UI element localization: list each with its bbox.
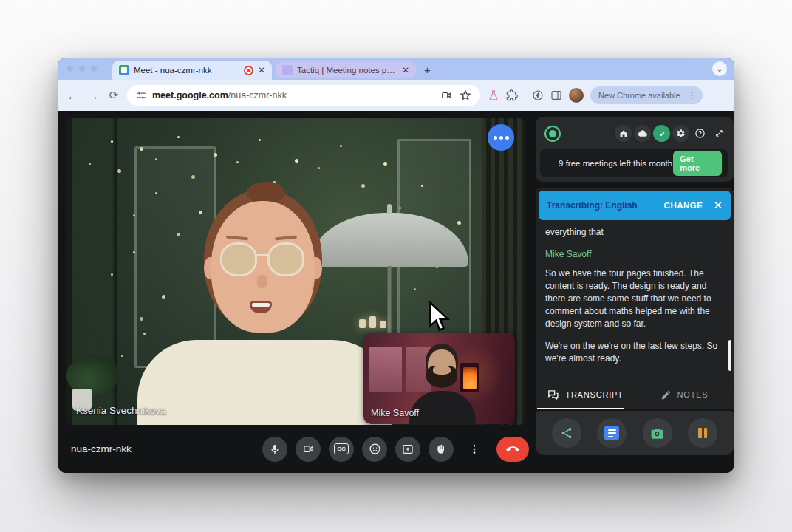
browser-window: Meet - nua-czmr-nkk ✕ Tactiq | Meeting n…: [58, 58, 734, 473]
participant-name-label: Ksenia Svechnikova: [76, 405, 166, 416]
participant-nose: [257, 275, 267, 288]
meet-favicon: [119, 65, 129, 75]
side-panel-icon[interactable]: [550, 89, 562, 101]
camera-icon: [302, 443, 315, 454]
present-screen-icon: [402, 443, 414, 455]
site-settings-icon[interactable]: [136, 90, 146, 100]
microphone-icon: [269, 443, 281, 455]
tactiq-sidebar: 9 free meetings left this month Get more…: [536, 111, 734, 473]
camera-in-use-icon[interactable]: [440, 90, 452, 100]
thumb-participant-beard: [426, 366, 457, 388]
url-path: /nua-czmr-nkk: [228, 90, 287, 100]
captions-button[interactable]: CC: [329, 437, 354, 462]
tab-title: Tactiq | Meeting notes powe: [297, 66, 397, 75]
tab-transcript[interactable]: TRANSCRIPT: [536, 380, 635, 409]
back-button[interactable]: ←: [65, 89, 80, 102]
tab-strip: Meet - nua-czmr-nkk ✕ Tactiq | Meeting n…: [58, 58, 734, 80]
close-banner-icon[interactable]: ✕: [713, 199, 723, 212]
chrome-update-button[interactable]: New Chrome available ⋮: [590, 86, 703, 104]
chrome-update-label: New Chrome available: [598, 91, 680, 100]
mouse-cursor: [427, 301, 452, 334]
settings-button[interactable]: [672, 125, 689, 142]
tactiq-header: 9 free meetings left this month Get more: [536, 117, 734, 182]
tab-notes-label: NOTES: [677, 390, 709, 399]
more-options-button[interactable]: [462, 437, 487, 462]
gear-icon: [676, 129, 686, 138]
chat-bubbles-icon: [547, 389, 559, 401]
transcript-body[interactable]: everything that Mike Savoff So we have t…: [545, 226, 722, 375]
home-icon: [619, 129, 628, 138]
transcript-line: So we have the four pages finished. The …: [545, 267, 722, 330]
close-tab-icon[interactable]: ✕: [258, 66, 265, 75]
free-meetings-card: 9 free meetings left this month Get more: [540, 149, 728, 177]
more-vert-icon: [468, 443, 480, 455]
collapse-panel-button[interactable]: [711, 125, 728, 142]
get-more-button[interactable]: Get more: [673, 151, 722, 176]
tactiq-logo-icon: [544, 126, 561, 142]
screenshot-button[interactable]: [643, 418, 672, 448]
microphone-button[interactable]: [262, 437, 287, 462]
meet-content: Ksenia Svechnikova Mike Savoff nua-czmr-…: [58, 111, 734, 473]
zoom-window-button[interactable]: [91, 66, 97, 72]
camera-button[interactable]: [296, 437, 321, 462]
tab-search-chevron-icon[interactable]: ⌄: [712, 61, 727, 76]
new-tab-button[interactable]: +: [424, 64, 431, 76]
tactiq-action-bar: [536, 411, 734, 455]
pause-icon: [698, 428, 707, 438]
tab-notes[interactable]: NOTES: [635, 380, 734, 409]
raise-hand-button[interactable]: [429, 437, 454, 462]
performance-icon[interactable]: [532, 89, 544, 101]
tab-transcript-label: TRANSCRIPT: [565, 390, 623, 399]
close-tab-icon[interactable]: ✕: [402, 66, 409, 75]
end-call-button[interactable]: [496, 437, 529, 462]
transcribing-banner: Transcribing: English CHANGE ✕: [539, 191, 731, 220]
end-call-icon: [506, 443, 519, 456]
pencil-icon: [660, 389, 672, 400]
present-button[interactable]: [395, 437, 420, 462]
extensions-puzzle-icon[interactable]: [506, 89, 518, 101]
tab-tactiq[interactable]: Tactiq | Meeting notes powe ✕: [276, 61, 416, 78]
toolbar-divider: [525, 89, 525, 101]
minimize-window-button[interactable]: [79, 66, 85, 72]
reload-button[interactable]: ⟳: [106, 89, 121, 102]
cloud-icon: [638, 129, 647, 138]
profile-avatar[interactable]: [569, 88, 584, 103]
address-bar[interactable]: meet.google.com/nua-czmr-nkk: [127, 85, 480, 106]
help-button[interactable]: [692, 125, 709, 142]
tab-meet[interactable]: Meet - nua-czmr-nkk ✕: [112, 61, 272, 80]
transcript-speaker: Ksenia Svechnikova: [545, 375, 722, 375]
change-language-button[interactable]: CHANGE: [664, 201, 703, 210]
close-window-button[interactable]: [67, 66, 73, 72]
self-view-thumbnail[interactable]: Mike Savoff: [363, 333, 515, 424]
reactions-button[interactable]: [362, 437, 387, 462]
browser-menu-icon[interactable]: ⋮: [685, 90, 700, 100]
captions-icon: CC: [334, 443, 349, 454]
privacy-shield-button[interactable]: [653, 125, 670, 142]
transcript-panel: Transcribing: English CHANGE ✕ everythin…: [536, 188, 734, 409]
tactiq-favicon: [282, 65, 293, 75]
cloud-button[interactable]: [634, 125, 651, 142]
tactiq-extension-icon[interactable]: [488, 89, 499, 101]
string-lights: [89, 163, 91, 165]
participant-glasses: [219, 242, 309, 279]
recording-indicator-icon: [244, 66, 253, 75]
expand-diagonal-icon: [714, 129, 724, 138]
string-lights: [111, 140, 113, 143]
pause-transcription-button[interactable]: [688, 418, 717, 448]
window-controls[interactable]: [67, 66, 97, 72]
thumb-fireplace: [460, 363, 479, 392]
main-video-tile[interactable]: Ksenia Svechnikova Mike Savoff: [66, 118, 525, 425]
home-button[interactable]: [615, 125, 632, 142]
tab-title: Meet - nua-czmr-nkk: [134, 66, 239, 75]
google-docs-icon: [604, 426, 619, 440]
export-doc-button[interactable]: [597, 418, 627, 448]
meeting-code: nua-czmr-nkk: [71, 443, 132, 454]
forward-button[interactable]: →: [86, 89, 100, 102]
transcript-line: We're on the we're on the last few steps…: [545, 340, 722, 365]
transcript-scrollbar[interactable]: [728, 340, 731, 371]
meet-bottom-bar: nua-czmr-nkk CC: [58, 425, 535, 473]
chat-bubble-overlay-icon[interactable]: [488, 124, 514, 151]
share-icon: [560, 426, 573, 440]
share-button[interactable]: [552, 418, 581, 448]
bookmark-star-icon[interactable]: [460, 89, 471, 101]
